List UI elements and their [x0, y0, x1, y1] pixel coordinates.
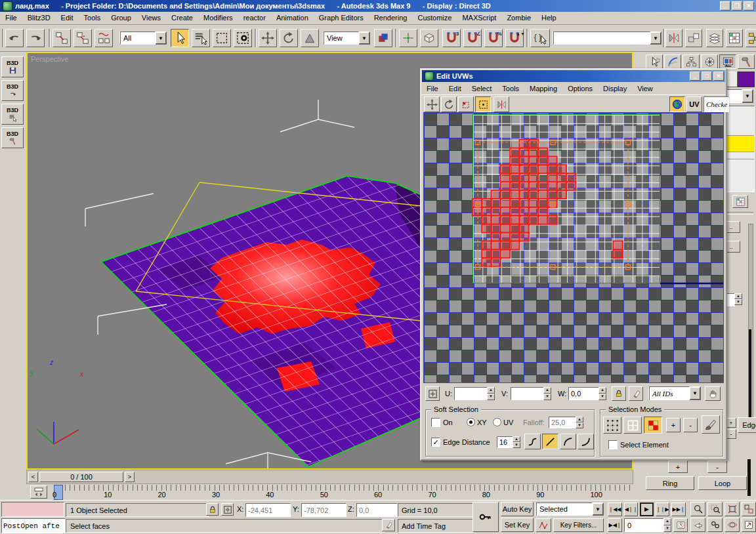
align-button[interactable] — [685, 29, 702, 47]
edge-mode-uv-button[interactable] — [623, 417, 642, 434]
uv-face-cell[interactable] — [547, 173, 556, 182]
uv-face-cell[interactable] — [520, 157, 529, 165]
uv-face-cell[interactable] — [510, 224, 519, 233]
time-slider-thumb[interactable]: 0 / 100 — [39, 472, 123, 482]
uvw-uv-channel-button[interactable]: UV — [686, 96, 702, 112]
edge-distance-spinner[interactable]: ▲▼ — [513, 436, 520, 448]
object-color-swatch[interactable] — [738, 72, 755, 87]
zoom-region-button[interactable] — [707, 502, 723, 516]
menu-edit[interactable]: Edit — [56, 12, 79, 24]
uvw-rotate-button[interactable] — [441, 96, 457, 112]
percent-snap-toggle-button[interactable]: % — [484, 29, 503, 47]
default-in-out-tangents-button[interactable] — [536, 518, 551, 532]
set-keys-button[interactable] — [472, 502, 499, 532]
menu-customize[interactable]: Customize — [412, 12, 457, 24]
uv-face-cell[interactable] — [492, 190, 501, 199]
time-configuration-button[interactable] — [673, 518, 688, 532]
uvw-menu-mapping[interactable]: Mapping — [524, 83, 562, 94]
go-to-end-button[interactable]: ▶▶❘ — [671, 503, 686, 516]
uv-face-cell[interactable] — [472, 207, 482, 216]
time-slider-next-button[interactable]: > — [125, 472, 135, 482]
w-field[interactable]: 0,0 — [568, 387, 600, 400]
select-and-rotate-button[interactable] — [280, 29, 298, 47]
key-mode-arrow-icon[interactable]: ▼ — [593, 503, 603, 515]
falloff-spinner[interactable]: ▲▼ — [576, 417, 583, 428]
b3d-settings-button[interactable]: B3D — [1, 127, 24, 148]
uv-face-cell[interactable] — [557, 165, 566, 173]
uv-face-cell[interactable] — [520, 165, 529, 173]
uv-face-cell[interactable] — [510, 190, 519, 199]
select-and-manipulate-button[interactable] — [399, 29, 417, 47]
shrink-selection-button[interactable]: - — [707, 461, 727, 473]
redo-button[interactable] — [26, 29, 45, 47]
modifier-stack-highlighted-row[interactable] — [725, 135, 754, 152]
menu-modifiers[interactable]: Modifiers — [198, 12, 238, 24]
uv-face-cell[interactable] — [501, 224, 510, 233]
uv-face-cell[interactable] — [547, 216, 556, 224]
field-of-view-button[interactable] — [707, 518, 723, 532]
y-coord-field[interactable]: -78,702 — [301, 503, 346, 517]
uvw-ids-arrow-icon[interactable]: ▼ — [690, 387, 700, 400]
vertex-mode-button[interactable] — [603, 417, 621, 434]
uv-face-cell[interactable] — [501, 182, 510, 190]
ring-button[interactable]: Ring — [646, 476, 694, 490]
select-object-button[interactable] — [171, 29, 189, 47]
uvw-menu-view[interactable]: View — [632, 83, 658, 94]
close-button[interactable]: ✕ — [744, 1, 754, 10]
uv-face-cell[interactable] — [520, 233, 529, 241]
set-key-button[interactable]: Set Key — [501, 518, 534, 532]
uv-face-cell[interactable] — [529, 182, 538, 190]
uv-face-cell[interactable] — [529, 199, 538, 207]
uvw-show-map-button[interactable] — [669, 96, 685, 112]
uv-face-cell[interactable] — [557, 182, 566, 190]
uv-face-cell[interactable] — [529, 190, 538, 199]
paint-select-button[interactable] — [702, 415, 720, 434]
uv-face-cell[interactable] — [520, 173, 529, 182]
undo-button[interactable] — [5, 29, 24, 47]
uvw-lock-button[interactable] — [612, 386, 626, 401]
uv-face-cell[interactable] — [510, 165, 519, 173]
uvw-menu-display[interactable]: Display — [598, 83, 632, 94]
uv-face-cell[interactable] — [482, 224, 491, 233]
v-field[interactable] — [511, 387, 545, 400]
uv-face-cell[interactable] — [492, 233, 501, 241]
trackbar-toggle-button[interactable] — [30, 485, 47, 499]
named-selection-sets-dropdown[interactable]: ▼ — [553, 31, 662, 45]
current-frame-field[interactable]: 0 — [624, 518, 666, 532]
brush-strength-plus-button[interactable]: + — [726, 418, 736, 428]
uv-face-cell[interactable] — [529, 157, 538, 165]
uv-face-cell[interactable] — [492, 258, 501, 266]
angle-snap-toggle-button[interactable]: ∠ — [463, 29, 482, 47]
named-selection-arrow-icon[interactable]: ▼ — [650, 32, 661, 44]
tab-modify[interactable] — [664, 54, 681, 69]
z-coord-field[interactable]: 0,0 — [356, 503, 398, 517]
curve-editor-button[interactable] — [726, 29, 743, 47]
reference-coordinate-arrow-icon[interactable]: ▼ — [359, 32, 369, 44]
uv-face-cell[interactable] — [510, 182, 519, 190]
uv-face-cell[interactable] — [538, 207, 547, 216]
go-to-start-button[interactable]: ❘◀◀ — [608, 503, 622, 516]
key-filters-button[interactable]: Key Filters... — [553, 518, 604, 532]
modifier-stack-list[interactable] — [724, 106, 755, 192]
snaps-toggle-button[interactable]: 3 — [442, 29, 461, 47]
uv-face-cell[interactable] — [492, 241, 501, 250]
modifier-list-arrow-icon[interactable]: ▼ — [742, 90, 753, 102]
b3d-save-button[interactable]: B3D — [1, 56, 24, 77]
uv-face-cell[interactable] — [520, 148, 529, 157]
menu-group[interactable]: Group — [106, 12, 136, 24]
play-button[interactable]: ▶ — [640, 503, 654, 516]
selection-filter-arrow-icon[interactable]: ▼ — [156, 32, 166, 44]
edge-mode-button[interactable]: Edge — [738, 417, 756, 433]
rollout-spinner[interactable]: ▲▼ — [734, 293, 742, 305]
panel-scrollbar[interactable] — [748, 224, 753, 422]
zoom-extents-button[interactable] — [724, 502, 740, 516]
next-frame-button[interactable]: ❘❘▶ — [656, 503, 669, 516]
uvw-dialog-titlebar[interactable]: Edit UVWs _ □ ✕ — [422, 70, 725, 82]
uv-face-cell[interactable] — [538, 182, 547, 190]
uv-face-cell[interactable] — [510, 207, 519, 216]
mirror-button[interactable] — [665, 29, 682, 47]
uv-face-cell[interactable] — [529, 140, 538, 148]
uv-face-cell[interactable] — [501, 173, 510, 182]
minimize-button[interactable]: _ — [720, 1, 730, 10]
uvw-menu-select[interactable]: Select — [467, 83, 497, 94]
